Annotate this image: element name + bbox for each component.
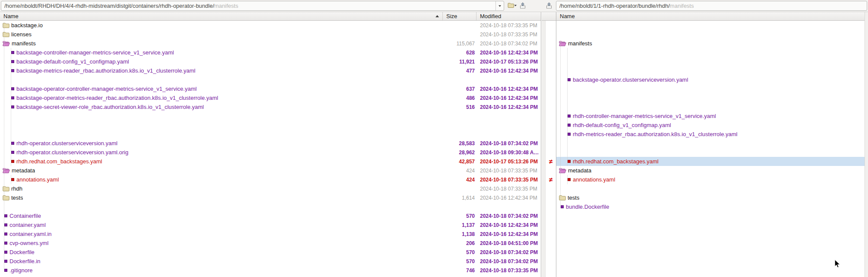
file-row[interactable]: backstage-operator-controller-manager-me… bbox=[0, 84, 541, 93]
empty-row bbox=[556, 21, 865, 30]
file-icon bbox=[4, 242, 7, 245]
folder-row[interactable]: metadata bbox=[556, 166, 865, 175]
file-row[interactable]: rhdh-metrics-reader_rbac.authorization.k… bbox=[556, 130, 865, 139]
not-equal-indicator: ≠ bbox=[546, 175, 556, 184]
entry-name: backstage-operator-metrics-reader_rbac.a… bbox=[16, 95, 218, 101]
left-directory-menu-button[interactable] bbox=[507, 2, 518, 10]
right-path-input[interactable]: /home/nboldt/1/1-rhdh-operator/bundle/rh… bbox=[556, 1, 867, 11]
entry-name-cell: backstage-secret-viewer-role_rbac.author… bbox=[0, 104, 443, 110]
entry-name-cell: metadata bbox=[556, 167, 865, 174]
entry-name-cell: licenses bbox=[0, 31, 443, 38]
entry-name: rhdh-operator.clusterserviceversion.yaml… bbox=[16, 149, 128, 156]
file-row[interactable]: annotations.yaml4242024-10-18 07:33:35 P… bbox=[0, 175, 541, 184]
file-row[interactable]: rhdh-operator.clusterserviceversion.yaml… bbox=[0, 148, 541, 157]
entry-name-cell: rhdh-operator.clusterserviceversion.yaml… bbox=[0, 149, 443, 156]
sort-ascending-icon bbox=[436, 15, 439, 17]
entry-name-cell: rhdh.redhat.com_backstages.yaml bbox=[556, 158, 865, 165]
column-header-name[interactable]: Name bbox=[556, 12, 865, 20]
left-path-dropdown-button[interactable] bbox=[496, 1, 504, 10]
file-row[interactable]: rhdh-controller-manager-metrics-service_… bbox=[556, 111, 865, 121]
entry-name-cell: Dockerfile.in bbox=[0, 258, 443, 264]
entry-name-cell: .gitignore bbox=[0, 267, 443, 274]
file-icon bbox=[4, 232, 7, 236]
left-path-input[interactable]: /home/nboldt/RHDH/DH/4/4-rhdh-midstream/… bbox=[1, 1, 504, 11]
entry-size: 637 bbox=[443, 86, 477, 92]
file-row[interactable]: container.yaml.in1,1382024-10-16 12:42:3… bbox=[0, 229, 541, 239]
folder-row[interactable]: manifests bbox=[556, 39, 865, 48]
column-header-name[interactable]: Name bbox=[0, 12, 443, 20]
left-panel-scrollbar[interactable] bbox=[542, 21, 546, 277]
file-row[interactable]: .gitignore7462024-10-18 07:33:35 PM bbox=[0, 266, 541, 275]
entry-name-cell: tests bbox=[556, 194, 865, 201]
entry-name: tests bbox=[11, 194, 23, 201]
file-icon bbox=[568, 160, 571, 163]
diff-indicators: ≠≠ bbox=[546, 21, 556, 277]
file-icon bbox=[568, 78, 571, 81]
file-row[interactable]: rhdh.redhat.com_backstages.yaml bbox=[556, 157, 865, 166]
file-row[interactable]: Dockerfile.in5702024-10-18 07:34:02 PM bbox=[0, 257, 541, 266]
comparison-area: Name Size Modified backstage.io2024-10-1… bbox=[0, 12, 868, 277]
file-icon bbox=[11, 178, 14, 181]
right-parent-dir-button[interactable] bbox=[544, 2, 554, 10]
entry-name-cell: tests bbox=[0, 194, 443, 201]
file-icon bbox=[11, 160, 14, 163]
file-icon bbox=[11, 87, 14, 90]
tree-guide-line bbox=[11, 48, 11, 166]
entry-modified: 2024-10-16 12:42:34 PM bbox=[477, 195, 541, 201]
file-row[interactable]: rhdh.redhat.com_backstages.yaml42,857202… bbox=[0, 157, 541, 166]
diff-column: ≠≠ bbox=[542, 12, 556, 277]
folder-row[interactable]: metadata4242024-10-18 07:33:35 PM bbox=[0, 166, 541, 175]
file-row[interactable]: backstage-default-config_v1_configmap.ya… bbox=[0, 57, 541, 66]
entry-name-cell: backstage-operator.clusterserviceversion… bbox=[556, 76, 865, 83]
left-file-list: Name Size Modified backstage.io2024-10-1… bbox=[0, 12, 541, 277]
entry-name-cell: annotations.yaml bbox=[0, 176, 443, 183]
file-row[interactable]: cvp-owners.yml2062024-10-18 04:51:00 PM bbox=[0, 239, 541, 248]
file-row[interactable]: backstage-metrics-reader_rbac.authorizat… bbox=[0, 66, 541, 75]
entry-modified: 2024-10-17 05:13:26 PM bbox=[477, 59, 541, 65]
entry-modified: 2024-10-16 12:42:34 PM bbox=[477, 231, 541, 237]
file-row[interactable]: backstage-operator.clusterserviceversion… bbox=[556, 75, 865, 84]
file-row[interactable]: Containerfile5702024-10-18 07:34:02 PM bbox=[0, 211, 541, 220]
entry-name-cell: annotations.yaml bbox=[556, 176, 865, 183]
empty-row bbox=[0, 202, 541, 211]
entry-modified: 2024-10-18 07:33:35 PM bbox=[477, 32, 541, 38]
entry-modified: 2024-10-18 07:34:02 PM bbox=[477, 258, 541, 264]
file-row[interactable]: backstage-operator-metrics-reader_rbac.a… bbox=[0, 93, 541, 102]
folder-row[interactable]: manifests115,0672024-10-18 07:34:02 PM bbox=[0, 39, 541, 48]
folder-row[interactable]: rhdh2024-10-18 07:33:35 PM bbox=[0, 184, 541, 193]
left-parent-dir-button[interactable] bbox=[518, 2, 527, 10]
empty-row bbox=[556, 239, 865, 248]
entry-name: metadata bbox=[568, 167, 591, 174]
entry-name: backstage.io bbox=[11, 22, 43, 29]
file-icon bbox=[11, 60, 14, 63]
path-toolbar: /home/nboldt/RHDH/DH/4/4-rhdh-midstream/… bbox=[0, 0, 868, 12]
column-header-modified[interactable]: Modified bbox=[477, 12, 541, 20]
entry-size: 206 bbox=[443, 240, 477, 246]
tree-guide-line bbox=[4, 22, 4, 271]
file-row[interactable]: backstage-secret-viewer-role_rbac.author… bbox=[0, 102, 541, 111]
file-row[interactable]: annotations.yaml bbox=[556, 175, 865, 184]
file-icon bbox=[4, 260, 7, 263]
folder-row[interactable]: tests1,6142024-10-16 12:42:34 PM bbox=[0, 193, 541, 202]
entry-modified: 2024-10-18 07:34:02 PM bbox=[477, 140, 541, 146]
folder-row[interactable]: backstage.io2024-10-18 07:33:35 PM bbox=[0, 21, 541, 30]
entry-name-cell: rhdh-metrics-reader_rbac.authorization.k… bbox=[556, 131, 865, 137]
file-row[interactable]: backstage-controller-manager-metrics-ser… bbox=[0, 48, 541, 57]
folder-row[interactable]: licenses2024-10-18 07:33:35 PM bbox=[0, 30, 541, 39]
file-row[interactable]: bundle.Dockerfile bbox=[556, 202, 865, 211]
tree-guide-line bbox=[11, 175, 11, 184]
empty-row bbox=[556, 93, 865, 102]
column-header-size[interactable]: Size bbox=[443, 12, 477, 20]
entry-modified: 2024-10-16 12:42:34 PM bbox=[477, 50, 541, 56]
folder-row[interactable]: tests bbox=[556, 193, 865, 202]
file-row[interactable]: rhdh-operator.clusterserviceversion.yaml… bbox=[0, 139, 541, 148]
entry-size: 28,962 bbox=[443, 150, 477, 156]
file-row[interactable]: container.yaml1,1372024-10-16 12:42:34 P… bbox=[0, 220, 541, 229]
file-row[interactable]: rhdh-default-config_v1_configmap.yaml bbox=[556, 121, 865, 130]
vertical-scrollbar[interactable] bbox=[865, 12, 868, 277]
entry-name: rhdh bbox=[11, 185, 22, 192]
entry-modified: 2024-10-18 07:33:35 PM bbox=[477, 267, 541, 274]
file-row[interactable]: Dockerfile5702024-10-18 07:34:02 PM bbox=[0, 248, 541, 257]
empty-row bbox=[556, 220, 865, 229]
entry-name: .gitignore bbox=[9, 267, 32, 274]
